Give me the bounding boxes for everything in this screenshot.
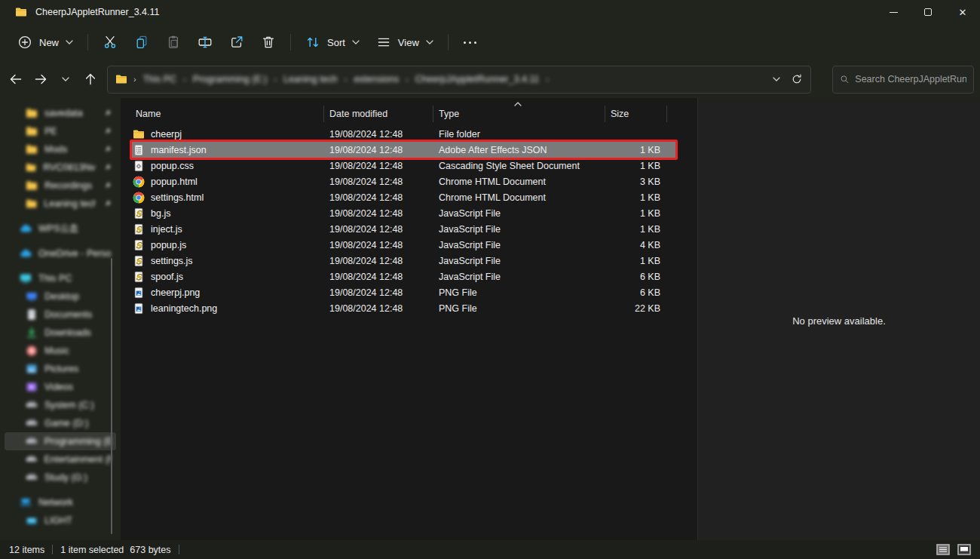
column-header-type[interactable]: Type bbox=[433, 106, 605, 122]
sidebar-item-savedata[interactable]: savedata bbox=[5, 104, 116, 122]
cut-icon bbox=[103, 35, 118, 50]
js-file-icon bbox=[133, 239, 145, 251]
sidebar-item-study-g[interactable]: Study (G:) bbox=[5, 468, 116, 487]
share-button[interactable] bbox=[221, 29, 253, 55]
network-icon bbox=[20, 496, 32, 508]
paste-button[interactable] bbox=[158, 29, 189, 55]
css-file-icon bbox=[133, 160, 145, 172]
up-icon bbox=[83, 72, 98, 87]
close-button[interactable]: ✕ bbox=[945, 0, 980, 24]
table-row[interactable]: settings.js 19/08/2024 12:48 JavaScript … bbox=[121, 253, 697, 269]
copy-icon bbox=[134, 35, 149, 50]
drive-icon bbox=[26, 417, 38, 429]
maximize-icon bbox=[924, 8, 932, 16]
maximize-button[interactable] bbox=[911, 0, 945, 24]
delete-button[interactable] bbox=[253, 29, 284, 55]
cut-button[interactable] bbox=[94, 29, 126, 55]
no-preview-message: No preview available. bbox=[698, 315, 980, 327]
search-icon bbox=[840, 74, 849, 84]
back-button[interactable] bbox=[3, 66, 28, 92]
sort-icon bbox=[305, 35, 320, 50]
folder-icon bbox=[26, 198, 37, 210]
navigation-pane: savedata PE Mods RVC0813Nvid Recordings … bbox=[0, 98, 121, 540]
breadcrumb: This PC › Programming (E:) › Leaning tec… bbox=[143, 74, 549, 84]
plus-circle-icon bbox=[17, 35, 32, 50]
rename-button[interactable] bbox=[189, 29, 221, 55]
chevron-down-icon bbox=[426, 40, 433, 45]
see-more-button[interactable] bbox=[455, 29, 486, 55]
selection-size: 673 bytes bbox=[130, 545, 170, 555]
table-row[interactable]: cheerpj 19/08/2024 12:48 File folder bbox=[121, 126, 697, 142]
thumbnail-view-icon bbox=[957, 544, 971, 555]
sidebar-item-this-pc[interactable]: This PC bbox=[5, 269, 116, 287]
search-input[interactable] bbox=[855, 74, 966, 84]
table-row[interactable]: popup.html 19/08/2024 12:48 Chrome HTML … bbox=[121, 174, 697, 189]
copy-button[interactable] bbox=[126, 29, 158, 55]
column-header-name[interactable]: Name bbox=[121, 106, 324, 122]
sidebar-item-downloads[interactable]: Downloads bbox=[5, 324, 116, 342]
sidebar-item-documents[interactable]: Documents bbox=[5, 306, 116, 324]
sidebar-item-network[interactable]: Network bbox=[5, 493, 116, 511]
table-row[interactable]: spoof.js 19/08/2024 12:48 JavaScript Fil… bbox=[121, 269, 697, 284]
json-file-icon bbox=[133, 144, 145, 156]
sidebar-item-leaning-tech[interactable]: Leaning tech bbox=[5, 195, 116, 213]
command-bar: New Sort View bbox=[0, 24, 980, 60]
sidebar-item-entertainment-f[interactable]: Entertainment (F bbox=[5, 450, 116, 468]
sidebar-item-game-d[interactable]: Game (D:) bbox=[5, 414, 116, 432]
recent-locations-button[interactable] bbox=[53, 66, 78, 92]
file-list-pane: Name Date modified Type Size cheerpj 19/… bbox=[121, 98, 697, 540]
search-box[interactable] bbox=[832, 66, 974, 94]
table-row[interactable]: bg.js 19/08/2024 12:48 JavaScript File 1… bbox=[121, 205, 697, 221]
table-row[interactable]: settings.html 19/08/2024 12:48 Chrome HT… bbox=[121, 189, 697, 205]
sidebar-item-mods[interactable]: Mods bbox=[5, 140, 116, 158]
minimize-button[interactable] bbox=[876, 0, 911, 24]
column-header-date-modified[interactable]: Date modified bbox=[324, 106, 433, 122]
sidebar-item-system-c[interactable]: System (C:) bbox=[5, 396, 116, 414]
sidebar-item-programming-e[interactable]: Programming (E bbox=[5, 432, 116, 450]
table-row[interactable]: inject.js 19/08/2024 12:48 JavaScript Fi… bbox=[121, 221, 697, 237]
breadcrumb-item[interactable]: Leaning tech bbox=[283, 74, 338, 84]
sidebar-scrollbar[interactable] bbox=[111, 258, 112, 534]
address-bar[interactable]: › This PC › Programming (E:) › Leaning t… bbox=[107, 66, 811, 94]
view-button[interactable]: View bbox=[368, 29, 442, 55]
network-drive-icon bbox=[26, 514, 38, 527]
sidebar-item-wps-cloud[interactable]: WPS云盘 bbox=[5, 220, 116, 238]
new-button[interactable]: New bbox=[9, 29, 81, 55]
breadcrumb-item[interactable]: CheerpJAppletRunner_3.4.11 bbox=[415, 74, 539, 84]
table-row[interactable]: popup.js 19/08/2024 12:48 JavaScript Fil… bbox=[121, 237, 697, 253]
sidebar-item-rvc[interactable]: RVC0813Nvid bbox=[5, 158, 116, 177]
paste-icon bbox=[166, 35, 181, 50]
folder-icon bbox=[15, 6, 27, 18]
sidebar-item-desktop[interactable]: Desktop bbox=[5, 287, 116, 306]
title-bar: CheerpJAppletRunner_3.4.11 ✕ bbox=[0, 0, 980, 24]
refresh-icon[interactable] bbox=[791, 73, 803, 85]
sidebar-item-light[interactable]: LIGHT bbox=[5, 511, 116, 530]
breadcrumb-item[interactable]: Programming (E:) bbox=[193, 74, 268, 84]
breadcrumb-item[interactable]: This PC bbox=[143, 74, 176, 84]
forward-button[interactable] bbox=[28, 66, 53, 92]
sort-button[interactable]: Sort bbox=[297, 29, 368, 55]
chevron-down-icon bbox=[352, 40, 360, 45]
file-explorer-window: CheerpJAppletRunner_3.4.11 ✕ New Sort Vi… bbox=[0, 0, 980, 559]
drive-icon bbox=[26, 435, 38, 447]
thumbnail-view-button[interactable] bbox=[956, 543, 972, 557]
sidebar-item-onedrive[interactable]: OneDrive - Perso bbox=[5, 244, 116, 263]
sidebar-item-pictures[interactable]: Pictures bbox=[5, 360, 116, 378]
column-header-size[interactable]: Size bbox=[605, 106, 667, 122]
table-row-selected[interactable]: manifest.json 19/08/2024 12:48 Adobe Aft… bbox=[121, 142, 697, 158]
up-button[interactable] bbox=[78, 66, 103, 92]
png-file-icon bbox=[133, 303, 145, 315]
sidebar-item-recordings[interactable]: Recordings bbox=[5, 177, 116, 195]
details-view-button[interactable] bbox=[935, 543, 951, 557]
sidebar-item-music[interactable]: Music bbox=[5, 342, 116, 360]
download-icon bbox=[26, 327, 38, 339]
breadcrumb-item[interactable]: extensions bbox=[354, 74, 399, 84]
sidebar-item-pe[interactable]: PE bbox=[5, 122, 116, 140]
sidebar-item-videos[interactable]: Videos bbox=[5, 378, 116, 396]
table-row[interactable]: leaningtech.png 19/08/2024 12:48 PNG Fil… bbox=[121, 300, 697, 316]
table-row[interactable]: popup.css 19/08/2024 12:48 Cascading Sty… bbox=[121, 158, 697, 174]
js-file-icon bbox=[133, 207, 145, 220]
address-dropdown-icon[interactable] bbox=[773, 77, 780, 81]
pictures-icon bbox=[26, 363, 38, 375]
table-row[interactable]: cheerpj.png 19/08/2024 12:48 PNG File 6 … bbox=[121, 284, 697, 300]
